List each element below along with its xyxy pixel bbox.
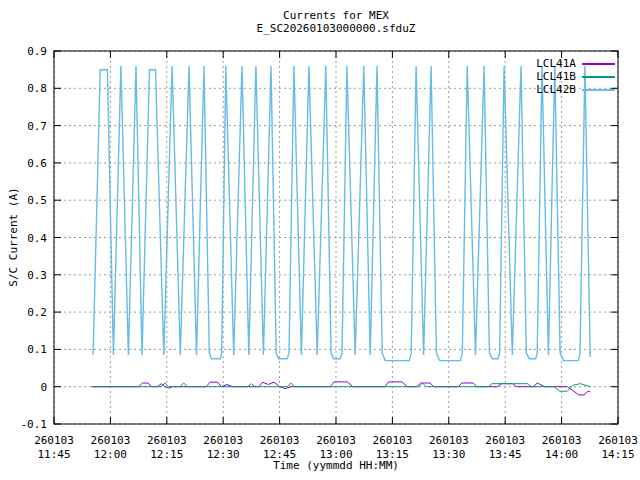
legend-label-lcl41b: LCL41B — [530, 70, 576, 83]
x-tick-label-date: 260103 — [429, 434, 469, 447]
x-tick-label-date: 260103 — [542, 434, 582, 447]
y-tick-label: 0.8 — [27, 82, 47, 95]
x-tick-label-date: 260103 — [260, 434, 300, 447]
x-tick-label-date: 260103 — [598, 434, 638, 447]
legend-label-lcl42b: LCL42B — [530, 83, 576, 96]
legend: LCL41A LCL41B LCL42B — [530, 57, 615, 96]
y-tick-label: 0.9 — [27, 45, 47, 58]
legend-label-lcl41a: LCL41A — [530, 57, 576, 70]
y-tick-label: 0.6 — [27, 157, 47, 170]
legend-item-lcl41a: LCL41A — [530, 57, 615, 70]
x-tick-label-date: 260103 — [147, 434, 187, 447]
y-tick-label: 0.5 — [27, 194, 47, 207]
y-tick-label: 0.2 — [27, 306, 47, 319]
y-tick-label: 0.1 — [27, 343, 47, 356]
y-tick-label: 0.7 — [27, 120, 47, 133]
legend-line-sample — [582, 76, 615, 78]
legend-item-lcl41b: LCL41B — [530, 70, 615, 83]
x-tick-label-date: 260103 — [91, 434, 131, 447]
x-tick-label-date: 260103 — [316, 434, 356, 447]
gnuplot-chart: 0.90.80.70.60.50.40.30.20.10-0.126010311… — [0, 0, 640, 480]
y-axis-title: S/C Current (A) — [7, 187, 20, 286]
y-tick-label: 0.4 — [27, 232, 47, 245]
legend-item-lcl42b: LCL42B — [530, 83, 615, 96]
y-tick-label: 0 — [40, 381, 47, 394]
y-tick-label: 0.3 — [27, 269, 47, 282]
chart-subtitle: E_SC20260103000000.sfduZ — [54, 22, 618, 35]
legend-line-sample — [582, 89, 615, 91]
legend-line-sample — [582, 63, 615, 65]
x-axis-title: Time (yymmdd HH:MM) — [54, 459, 618, 472]
series-line-lcl42b — [93, 66, 590, 361]
chart-title: Currents for MEX — [54, 9, 618, 22]
x-tick-label-date: 260103 — [485, 434, 525, 447]
y-tick-label: -0.1 — [21, 418, 48, 431]
x-tick-label-date: 260103 — [34, 434, 74, 447]
x-tick-label-date: 260103 — [203, 434, 243, 447]
x-tick-label-date: 260103 — [373, 434, 413, 447]
